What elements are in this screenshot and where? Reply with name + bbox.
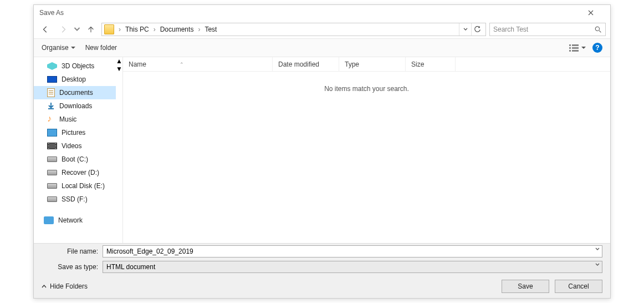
sort-asc-icon: ⌃: [180, 62, 184, 67]
cancel-button[interactable]: Cancel: [555, 280, 602, 293]
sidebar-item-recover-d[interactable]: Recover (D:): [34, 166, 116, 179]
sidebar-item-network[interactable]: Network: [34, 214, 116, 227]
breadcrumb-test[interactable]: Test: [202, 26, 219, 33]
sidebar-item-ssd-f[interactable]: SSD (F:): [34, 193, 116, 206]
save-button[interactable]: Save: [502, 280, 549, 293]
footer: Hide Folders Save Cancel: [34, 275, 610, 298]
sidebar-item-label: 3D Objects: [62, 62, 94, 70]
address-bar[interactable]: › This PC › Documents › Test: [101, 23, 486, 36]
sidebar-item-local-disk-e[interactable]: Local Disk (E:): [34, 179, 116, 193]
nav-history-dropdown[interactable]: [74, 23, 80, 36]
help-button[interactable]: ?: [592, 43, 602, 53]
sidebar-item-label: Desktop: [62, 75, 86, 83]
organise-menu[interactable]: Organise: [42, 44, 75, 52]
3d-objects-icon: [47, 62, 57, 70]
breadcrumb-this-pc[interactable]: This PC: [123, 26, 151, 33]
savetype-value: HTML document: [106, 263, 155, 271]
nav-bar: › This PC › Documents › Test Search Test: [34, 21, 610, 38]
hide-folders-label: Hide Folders: [50, 282, 88, 290]
column-size[interactable]: Size: [406, 57, 456, 71]
savetype-row: Save as type: HTML document: [34, 259, 610, 275]
breadcrumb-sep: ›: [117, 26, 122, 33]
nav-forward-button[interactable]: [56, 23, 70, 36]
nav-up-button[interactable]: [84, 23, 98, 36]
view-details-icon: [569, 44, 579, 52]
new-folder-button[interactable]: New folder: [85, 44, 117, 52]
sidebar-item-music[interactable]: ♪Music: [34, 113, 116, 126]
arrow-left-icon: [42, 26, 49, 33]
column-name[interactable]: Name⌃: [123, 57, 273, 71]
filename-label: File name:: [42, 248, 103, 255]
column-label: Type: [345, 60, 359, 68]
sidebar-item-label: Recover (D:): [62, 169, 99, 176]
sidebar-item-label: SSD (F:): [62, 195, 88, 203]
address-dropdown[interactable]: [459, 23, 471, 36]
disk-icon: [47, 196, 57, 202]
disk-icon: [47, 183, 57, 189]
chevron-up-icon: [42, 285, 47, 288]
filename-dropdown[interactable]: [595, 248, 600, 251]
desktop-icon: [47, 76, 57, 83]
disk-icon: [47, 156, 57, 162]
sidebar-item-desktop[interactable]: Desktop: [34, 73, 116, 86]
sidebar-item-pictures[interactable]: Pictures: [34, 126, 116, 139]
help-icon: ?: [595, 44, 599, 52]
folder-icon: [104, 24, 114, 34]
arrow-up-icon: [87, 26, 95, 33]
sidebar-scrollbar[interactable]: ▲ ▼: [116, 57, 122, 243]
savetype-select[interactable]: HTML document: [103, 261, 602, 273]
music-icon: ♪: [47, 115, 55, 124]
search-input[interactable]: Search Test: [489, 23, 606, 36]
svg-rect-5: [569, 50, 571, 52]
downloads-icon: [47, 102, 55, 110]
refresh-icon: [474, 26, 481, 33]
hide-folders-toggle[interactable]: Hide Folders: [42, 282, 88, 290]
chevron-down-icon: [463, 28, 468, 31]
save-button-label: Save: [518, 282, 533, 290]
chevron-down-icon: [71, 47, 75, 49]
dialog-title: Save As: [39, 9, 64, 17]
sidebar-item-label: Music: [59, 115, 76, 123]
close-icon: [588, 10, 594, 16]
breadcrumb-documents[interactable]: Documents: [158, 26, 196, 33]
sidebar-item-label: Network: [58, 216, 83, 224]
sidebar-item-videos[interactable]: Videos: [34, 139, 116, 153]
empty-list-message: No items match your search.: [123, 72, 610, 243]
save-as-dialog: Save As › This PC › Documents › Test: [33, 4, 611, 299]
pictures-icon: [47, 129, 57, 137]
cancel-button-label: Cancel: [568, 282, 589, 290]
sidebar-item-boot-c[interactable]: Boot (C:): [34, 153, 116, 166]
title-bar: Save As: [34, 5, 610, 21]
column-date-modified[interactable]: Date modified: [273, 57, 339, 71]
chevron-down-icon: [74, 26, 80, 33]
column-headers: Name⌃ Date modified Type Size: [123, 57, 610, 72]
filename-value: Microsoft_Edge_02_09_2019: [106, 248, 193, 255]
search-icon: [595, 26, 602, 33]
scroll-up-icon[interactable]: ▲: [116, 57, 122, 65]
breadcrumb-sep: ›: [152, 26, 157, 33]
filename-row: File name: Microsoft_Edge_02_09_2019: [34, 244, 610, 259]
new-folder-label: New folder: [85, 44, 117, 52]
sidebar: 3D Objects Desktop Documents Downloads ♪…: [34, 57, 122, 243]
svg-point-0: [595, 27, 599, 31]
column-type[interactable]: Type: [339, 57, 406, 71]
sidebar-item-3d-objects[interactable]: 3D Objects: [34, 59, 116, 73]
nav-back-button[interactable]: [38, 23, 53, 36]
chevron-down-icon: [595, 263, 600, 266]
savetype-dropdown[interactable]: [595, 263, 600, 266]
svg-rect-6: [572, 50, 579, 52]
sidebar-item-documents[interactable]: Documents: [34, 86, 116, 99]
view-options-button[interactable]: [569, 44, 586, 52]
svg-rect-4: [572, 47, 579, 49]
search-button[interactable]: [595, 26, 602, 33]
close-button[interactable]: [588, 10, 605, 16]
sidebar-item-downloads[interactable]: Downloads: [34, 99, 116, 113]
chevron-down-icon: [595, 248, 600, 251]
svg-rect-2: [572, 44, 579, 46]
filename-input[interactable]: Microsoft_Edge_02_09_2019: [103, 245, 602, 257]
scroll-down-icon[interactable]: ▼: [116, 65, 122, 73]
svg-rect-3: [569, 47, 571, 49]
toolbar: Organise New folder ?: [34, 38, 610, 57]
refresh-button[interactable]: [471, 23, 483, 36]
savetype-label: Save as type:: [42, 263, 103, 271]
